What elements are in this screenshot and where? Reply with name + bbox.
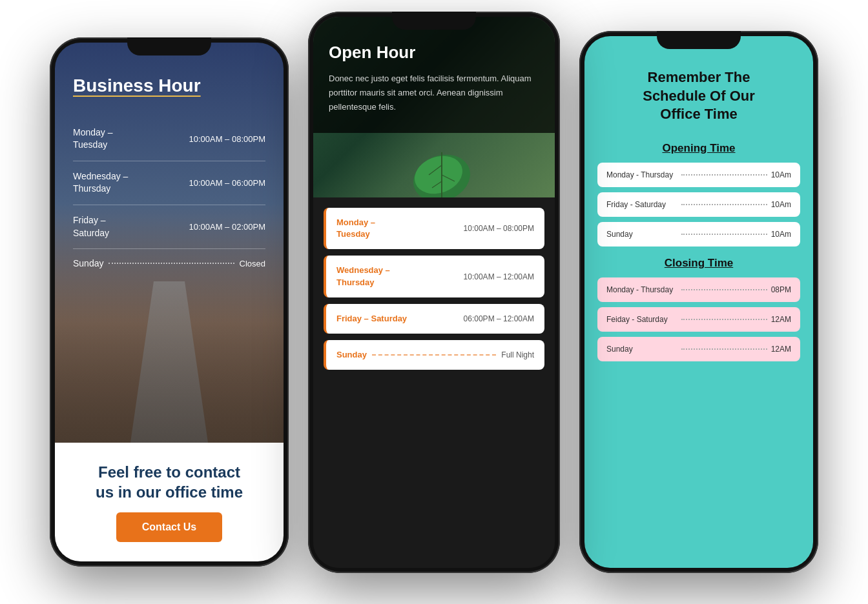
p3-dots — [681, 348, 767, 350]
screen-3: Remember TheSchedule Of OurOffice Time O… — [584, 36, 813, 568]
p3-open-time-2: 10Am — [771, 200, 791, 209]
p3-close-time-3: 12AM — [771, 345, 791, 354]
list-item: Sunday 10Am — [597, 222, 800, 247]
list-item: Friday – Saturday 06:00PM – 12:00AM — [324, 304, 544, 334]
p2-open-hour-title: Open Hour — [329, 43, 539, 63]
table-row: Monday –Tuesday 10:00AM – 08:00PM — [73, 117, 265, 161]
p1-closed: Closed — [240, 259, 265, 268]
list-item: Sunday Full Night — [324, 340, 544, 370]
p3-dots — [681, 204, 767, 205]
contact-us-button[interactable]: Contact Us — [116, 512, 222, 542]
p3-closing-title: Closing Time — [597, 257, 800, 270]
p2-sunday-label: Sunday — [336, 349, 367, 361]
phone-2: Open Hour Donec nec justo eget felis fac… — [308, 12, 560, 573]
p3-open-day-2: Friday - Saturday — [606, 200, 677, 209]
notch-1 — [127, 37, 211, 55]
phone-1: Business Hour Monday –Tuesday 10:00AM – … — [50, 37, 289, 567]
p2-description: Donec nec justo eget felis facilisis fer… — [329, 72, 539, 114]
p2-sunday-time: Full Night — [501, 350, 534, 359]
screen-1: Business Hour Monday –Tuesday 10:00AM – … — [55, 43, 284, 561]
notch-3 — [657, 31, 741, 49]
p3-dots — [681, 174, 767, 176]
p1-bottom: Feel free to contactus in our office tim… — [55, 443, 284, 561]
p1-dots — [108, 263, 234, 264]
p2-time-2: 10:00AM – 12:00AM — [464, 272, 534, 281]
p1-day-2: Wednesday –Thursday — [73, 170, 128, 196]
list-item: Monday - Thursday 10Am — [597, 163, 800, 187]
table-row: Friday –Saturday 10:00AM – 02:00PM — [73, 205, 265, 249]
p3-open-time-1: 10Am — [771, 170, 791, 179]
p2-hero-overlay: Open Hour Donec nec justo eget felis fac… — [313, 17, 555, 133]
p1-sunday-label: Sunday — [73, 258, 103, 268]
p3-open-day-3: Sunday — [606, 230, 677, 239]
table-row: Wednesday –Thursday 10:00AM – 06:00PM — [73, 161, 265, 205]
p3-dots — [681, 289, 767, 290]
p1-background: Business Hour Monday –Tuesday 10:00AM – … — [55, 43, 284, 443]
p1-title: Business Hour — [73, 75, 265, 97]
p3-close-time-1: 08PM — [771, 285, 791, 294]
list-item: Monday –Tuesday 10:00AM – 08:00PM — [324, 208, 544, 249]
p2-time-3: 06:00PM – 12:00AM — [464, 314, 534, 323]
p1-schedule: Monday –Tuesday 10:00AM – 08:00PM Wednes… — [73, 117, 265, 278]
table-row: Sunday Closed — [73, 249, 265, 277]
p3-close-day-2: Feiday - Saturday — [606, 315, 677, 324]
p3-close-day-3: Sunday — [606, 345, 677, 354]
p2-hero: Open Hour Donec nec justo eget felis fac… — [313, 17, 555, 197]
p1-tagline: Feel free to contactus in our office tim… — [96, 462, 243, 502]
p2-day-3: Friday – Saturday — [336, 313, 407, 325]
p3-dots — [681, 234, 767, 235]
list-item: Feiday - Saturday 12AM — [597, 307, 800, 332]
list-item: Wednesday –Thursday 10:00AM – 12:00AM — [324, 256, 544, 297]
p2-sunday-dots — [372, 354, 496, 356]
p3-close-day-1: Monday - Thursday — [606, 285, 677, 294]
list-item: Monday - Thursday 08PM — [597, 277, 800, 302]
list-item: Friday - Saturday 10Am — [597, 192, 800, 217]
p1-day-3: Friday –Saturday — [73, 214, 109, 239]
p3-opening-title: Opening Time — [597, 142, 800, 155]
p1-time-2: 10:00AM – 06:00PM — [189, 178, 265, 188]
scene: Business Hour Monday –Tuesday 10:00AM – … — [0, 5, 868, 599]
phone-3: Remember TheSchedule Of OurOffice Time O… — [579, 31, 818, 573]
p3-open-day-1: Monday - Thursday — [606, 170, 677, 179]
p1-time-3: 10:00AM – 02:00PM — [189, 222, 265, 232]
list-item: Sunday 12AM — [597, 337, 800, 361]
p1-day-1: Monday –Tuesday — [73, 126, 112, 152]
p2-sunday-row: Sunday Full Night — [336, 349, 534, 361]
p2-day-1: Monday –Tuesday — [336, 217, 375, 240]
p3-dots — [681, 319, 767, 320]
p3-close-time-2: 12AM — [771, 315, 791, 324]
p2-time-1: 10:00AM – 08:00PM — [464, 224, 534, 233]
screen-2: Open Hour Donec nec justo eget felis fac… — [313, 17, 555, 568]
leaf-decoration — [403, 139, 480, 197]
p2-day-2: Wednesday –Thursday — [336, 265, 390, 288]
p3-open-time-3: 10Am — [771, 230, 791, 239]
p2-cards-list: Monday –Tuesday 10:00AM – 08:00PM Wednes… — [313, 197, 555, 568]
p3-main-title: Remember TheSchedule Of OurOffice Time — [597, 68, 800, 124]
p1-time-1: 10:00AM – 08:00PM — [189, 134, 265, 144]
notch-2 — [392, 12, 476, 30]
